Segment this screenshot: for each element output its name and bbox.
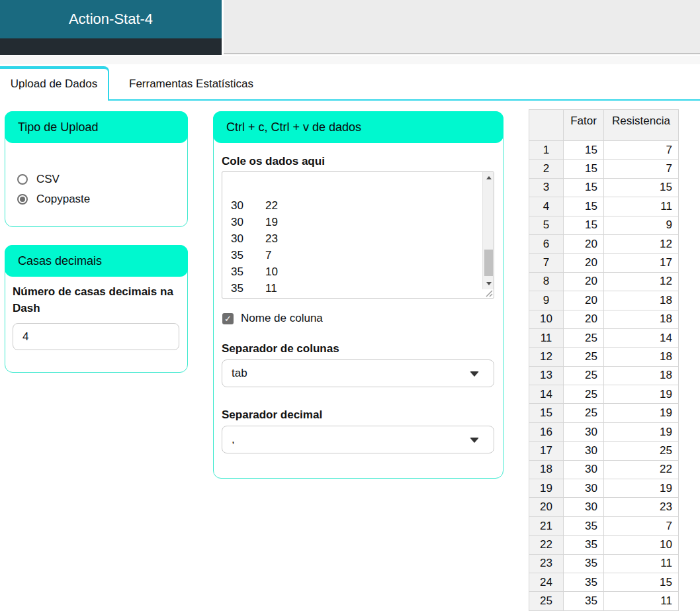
radio-option-copypaste[interactable]: Copypaste: [17, 193, 90, 206]
radio-icon[interactable]: [17, 174, 28, 185]
cell-fator[interactable]: 15: [564, 178, 604, 197]
table-row: 152519: [529, 404, 679, 422]
table-row: 203023: [529, 498, 679, 516]
cell-fator[interactable]: 15: [564, 141, 604, 160]
scroll-up-icon[interactable]: [483, 172, 494, 183]
app-header: Action-Stat-4: [0, 0, 222, 38]
cell-fator[interactable]: 30: [564, 479, 604, 498]
header-dark-strip: [0, 38, 222, 55]
cell-resistencia[interactable]: 9: [604, 216, 679, 234]
decimal-separator-select[interactable]: ,: [222, 426, 494, 453]
cell-fator[interactable]: 30: [564, 498, 604, 516]
cell-resistencia[interactable]: 18: [604, 348, 679, 366]
paste-textarea-label: Cole os dados aqui: [222, 153, 325, 169]
data-table: Fator Resistencia 1157215731515415115159…: [529, 109, 679, 611]
table-row: 142519: [529, 385, 679, 404]
cell-resistencia[interactable]: 19: [604, 479, 679, 498]
tab-upload-de-dados[interactable]: Upload de Dados: [0, 66, 109, 101]
table-row: 82012: [529, 272, 679, 291]
table-row: 243515: [529, 573, 679, 591]
cell-fator[interactable]: 35: [564, 573, 604, 591]
caret-down-icon: [470, 438, 479, 443]
cell-fator[interactable]: 15: [564, 216, 604, 234]
row-index: 12: [529, 348, 564, 366]
row-index: 24: [529, 573, 564, 591]
cell-resistencia[interactable]: 15: [604, 573, 679, 591]
cell-resistencia[interactable]: 11: [604, 592, 679, 610]
tab-ferramentas-estatisticas[interactable]: Ferramentas Estatísticas: [110, 69, 309, 99]
table-body: 1157215731515415115159620127201782012920…: [529, 141, 679, 611]
cell-resistencia[interactable]: 7: [604, 160, 679, 178]
header-gray-panel: [224, 0, 700, 54]
decimals-input[interactable]: [13, 323, 179, 350]
decimals-card-header: Casas decimais: [5, 245, 188, 277]
table-row: 253511: [529, 592, 679, 610]
cell-resistencia[interactable]: 7: [604, 516, 679, 535]
table-row: 62012: [529, 234, 679, 253]
row-index: 3: [529, 178, 564, 197]
cell-resistencia[interactable]: 15: [604, 178, 679, 197]
cell-fator[interactable]: 25: [564, 328, 604, 347]
cell-fator[interactable]: 15: [564, 160, 604, 178]
cell-fator[interactable]: 35: [564, 536, 604, 554]
cell-resistencia[interactable]: 18: [604, 291, 679, 310]
cell-resistencia[interactable]: 22: [604, 460, 679, 479]
cell-fator[interactable]: 20: [564, 272, 604, 291]
cell-fator[interactable]: 20: [564, 310, 604, 328]
scrollbar-thumb[interactable]: [484, 250, 493, 276]
row-index: 19: [529, 479, 564, 498]
cell-fator[interactable]: 15: [564, 197, 604, 216]
cell-fator[interactable]: 30: [564, 442, 604, 460]
selected-value: tab: [232, 367, 247, 379]
row-index: 9: [529, 291, 564, 310]
table-row: 173025: [529, 442, 679, 460]
cell-fator[interactable]: 35: [564, 592, 604, 610]
cell-resistencia[interactable]: 18: [604, 310, 679, 328]
row-index: 10: [529, 310, 564, 328]
cell-fator[interactable]: 20: [564, 291, 604, 310]
cell-resistencia[interactable]: 7: [604, 141, 679, 160]
cell-fator[interactable]: 20: [564, 234, 604, 253]
row-index: 1: [529, 141, 564, 160]
column-separator-select[interactable]: tab: [222, 359, 494, 387]
cell-fator[interactable]: 35: [564, 516, 604, 535]
table-row: 233511: [529, 554, 679, 573]
cell-resistencia[interactable]: 19: [604, 385, 679, 404]
column-header-resistencia: Resistencia: [604, 110, 679, 141]
checkbox-label: Nome de coluna: [241, 312, 323, 325]
checkbox-checked-icon[interactable]: ✓: [222, 313, 234, 324]
cell-fator[interactable]: 20: [564, 254, 604, 272]
cell-fator[interactable]: 30: [564, 422, 604, 441]
radio-option-csv[interactable]: CSV: [17, 173, 60, 186]
row-index: 7: [529, 254, 564, 272]
cell-resistencia[interactable]: 14: [604, 328, 679, 347]
cell-fator[interactable]: 25: [564, 404, 604, 422]
cell-resistencia[interactable]: 23: [604, 498, 679, 516]
cell-resistencia[interactable]: 19: [604, 422, 679, 441]
row-index: 18: [529, 460, 564, 479]
decimal-separator-label: Separador decimal: [222, 406, 322, 423]
radio-checked-icon[interactable]: [17, 194, 28, 205]
cell-resistencia[interactable]: 12: [604, 234, 679, 253]
cell-resistencia[interactable]: 11: [604, 554, 679, 573]
row-index: 20: [529, 498, 564, 516]
cell-fator[interactable]: 35: [564, 554, 604, 573]
cell-resistencia[interactable]: 25: [604, 442, 679, 460]
cell-resistencia[interactable]: 17: [604, 254, 679, 272]
textarea-scrollbar[interactable]: [482, 172, 494, 289]
cell-resistencia[interactable]: 10: [604, 536, 679, 554]
resize-grip-icon[interactable]: [484, 288, 493, 297]
cell-fator[interactable]: 25: [564, 348, 604, 366]
cell-fator[interactable]: 30: [564, 460, 604, 479]
paste-textarea[interactable]: 30 2230 1930 2335 735 1035 1135 1535 11: [222, 171, 494, 299]
tab-label: Upload de Dados: [11, 77, 97, 90]
column-name-checkbox-row[interactable]: ✓ Nome de coluna: [222, 312, 323, 325]
row-index: 14: [529, 385, 564, 404]
cell-resistencia[interactable]: 18: [604, 366, 679, 385]
cell-fator[interactable]: 25: [564, 366, 604, 385]
cell-resistencia[interactable]: 11: [604, 197, 679, 216]
cell-resistencia[interactable]: 12: [604, 272, 679, 291]
tabs-underline: [109, 99, 700, 101]
cell-resistencia[interactable]: 19: [604, 404, 679, 422]
cell-fator[interactable]: 25: [564, 385, 604, 404]
